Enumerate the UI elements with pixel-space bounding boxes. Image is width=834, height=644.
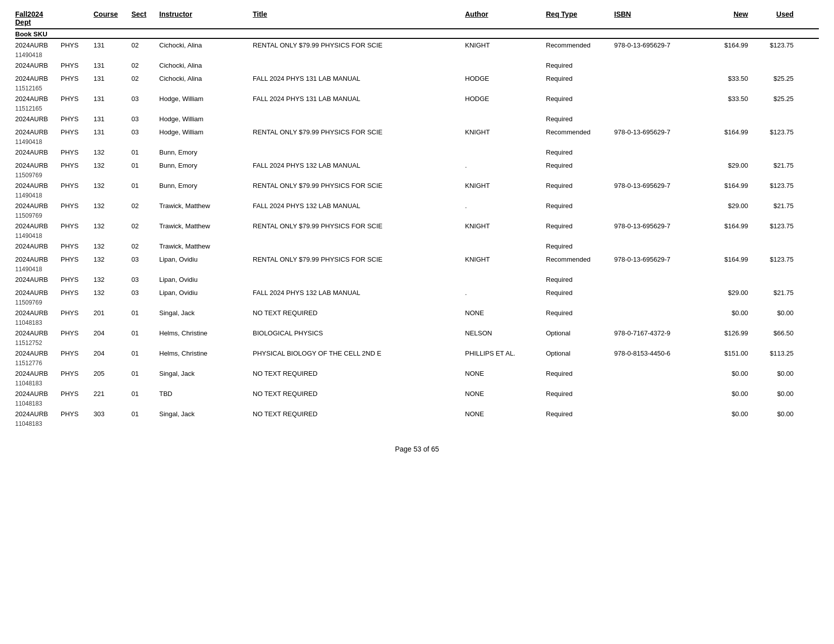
table-row: 2024AURBPHYS13103Hodge, WilliamFALL 2024…	[15, 94, 819, 105]
sku-value: 11490418	[15, 192, 61, 199]
header-author: Author	[465, 10, 546, 26]
subheader-booksku: Book SKU	[15, 30, 61, 38]
table-row: 2024AURBPHYS13103Hodge, WilliamRequired	[15, 115, 819, 125]
page-number: Page 53 of 65	[395, 445, 439, 453]
sku-value: 11490418	[15, 266, 61, 273]
table-row: 2024AURBPHYS13102Cichocki, AlinaFALL 202…	[15, 74, 819, 84]
header-fall: Fall2024 Dept	[15, 10, 61, 26]
table-row: 2024AURBPHYS13201Bunn, EmoryRequired	[15, 148, 819, 158]
sku-row: 11512165	[15, 105, 819, 115]
table-row: 2024AURBPHYS20101Singal, JackNO TEXT REQ…	[15, 309, 819, 319]
sku-row: 11048183	[15, 319, 819, 329]
table-row: 2024AURBPHYS13203Lipan, OvidiuRequired	[15, 275, 819, 285]
header-sect: Sect	[131, 10, 159, 26]
sku-row: 11048183	[15, 379, 819, 389]
sku-value: 11509769	[15, 172, 61, 179]
header-reqtype: Req Type	[546, 10, 614, 26]
sku-row: 11048183	[15, 400, 819, 410]
sku-value: 11509769	[15, 212, 61, 219]
table-row: 2024AURBPHYS13202Trawick, MatthewFALL 20…	[15, 202, 819, 212]
sku-value: 11490418	[15, 52, 61, 59]
header-dept	[61, 10, 94, 26]
sku-row: 11490418	[15, 138, 819, 148]
table-row: 2024AURBPHYS13201Bunn, EmoryRENTAL ONLY …	[15, 181, 819, 191]
page-footer: Page 53 of 65	[15, 445, 819, 453]
sku-value: 11048183	[15, 420, 61, 427]
sku-value: 11490418	[15, 138, 61, 145]
sku-value: 11512165	[15, 105, 61, 112]
sku-row: 11512165	[15, 84, 819, 94]
sku-row: 11512776	[15, 359, 819, 369]
sku-row: 11512752	[15, 339, 819, 349]
sku-value: 11048183	[15, 400, 61, 407]
table-row: 2024AURBPHYS13103Hodge, WilliamRENTAL ON…	[15, 128, 819, 138]
header-used: Used	[748, 10, 794, 26]
sku-row: 11490418	[15, 232, 819, 242]
sku-row: 11509769	[15, 212, 819, 222]
sku-row: 11490418	[15, 265, 819, 275]
header-isbn: ISBN	[614, 10, 703, 26]
table-row: 2024AURBPHYS13202Trawick, MatthewRequire…	[15, 242, 819, 252]
sku-value: 11512165	[15, 85, 61, 92]
table-row: 2024AURBPHYS13102Cichocki, AlinaRENTAL O…	[15, 41, 819, 51]
table-row: 2024AURBPHYS13102Cichocki, AlinaRequired	[15, 61, 819, 71]
sku-row: 11490418	[15, 191, 819, 202]
header-course: Course	[94, 10, 131, 26]
sku-row: 11490418	[15, 51, 819, 61]
table-row: 2024AURBPHYS30301Singal, JackNO TEXT REQ…	[15, 410, 819, 420]
table-body: 2024AURBPHYS13102Cichocki, AlinaRENTAL O…	[15, 41, 819, 430]
table-row: 2024AURBPHYS20401Helms, ChristinePHYSICA…	[15, 349, 819, 359]
table-row: 2024AURBPHYS13203Lipan, OvidiuFALL 2024 …	[15, 288, 819, 299]
header-instructor: Instructor	[159, 10, 253, 26]
sku-value: 11512776	[15, 360, 61, 367]
sku-value: 11509769	[15, 299, 61, 306]
sku-value: 11048183	[15, 380, 61, 387]
sku-value: 11048183	[15, 319, 61, 326]
table-row: 2024AURBPHYS13201Bunn, EmoryFALL 2024 PH…	[15, 161, 819, 171]
table-row: 2024AURBPHYS20401Helms, ChristineBIOLOGI…	[15, 329, 819, 339]
header-new: New	[703, 10, 748, 26]
header-title: Title	[253, 10, 465, 26]
table-row: 2024AURBPHYS13202Trawick, MatthewRENTAL …	[15, 222, 819, 232]
table-row: 2024AURBPHYS13203Lipan, OvidiuRENTAL ONL…	[15, 255, 819, 265]
table-row: 2024AURBPHYS20501Singal, JackNO TEXT REQ…	[15, 369, 819, 379]
sku-value: 11512752	[15, 339, 61, 346]
sku-row: 11509769	[15, 171, 819, 181]
sku-row: 11509769	[15, 299, 819, 309]
sku-value: 11490418	[15, 232, 61, 239]
table-row: 2024AURBPHYS22101TBDNO TEXT REQUIREDNONE…	[15, 389, 819, 400]
sku-row: 11048183	[15, 420, 819, 430]
